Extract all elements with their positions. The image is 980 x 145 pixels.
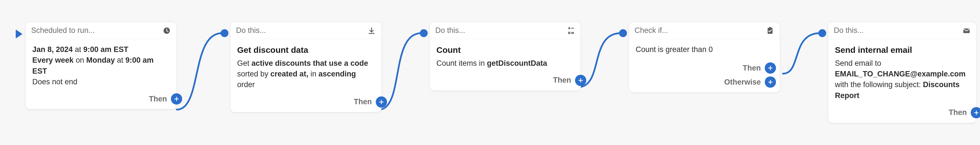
add-step-button[interactable] [575, 75, 586, 86]
node-body: Jan 8, 2024 at 9:00 am EST Every week on… [25, 39, 177, 93]
node-header-label: Do this... [236, 26, 368, 35]
add-step-button[interactable] [376, 96, 387, 108]
node-body: Send internal email Send email to EMAIL_… [828, 39, 976, 107]
branch-then-label: Then [553, 76, 571, 84]
svg-rect-2 [769, 27, 771, 29]
node-header: Check if... [629, 22, 780, 39]
step-lead-marker [818, 29, 826, 37]
node-trigger[interactable]: Scheduled to run... Jan 8, 2024 at 9:00 … [25, 22, 177, 109]
node-header: Do this... [828, 22, 976, 39]
node-header-label: Scheduled to run... [31, 26, 162, 35]
node-body: Count Count items in getDiscountData [430, 39, 581, 75]
svg-rect-1 [768, 28, 773, 34]
branch-otherwise-label: Otherwise [724, 78, 761, 86]
checklist-icon [766, 26, 774, 35]
node-header: Do this... [231, 22, 382, 39]
node-body: Count is greater than 0 [629, 39, 780, 62]
node-title: Send internal email [835, 44, 970, 56]
node-title: Get discount data [237, 44, 375, 56]
download-icon [368, 26, 376, 35]
node-condition[interactable]: Check if... Count is greater than 0 Then… [628, 22, 780, 92]
node-send-email[interactable]: Do this... Send internal email Send emai… [828, 22, 977, 123]
branch-then-label: Then [354, 97, 372, 106]
node-body: Get discount data Get active discounts t… [231, 39, 382, 96]
node-header-label: Do this... [834, 26, 963, 35]
branch-then-label: Then [949, 108, 967, 117]
node-header-label: Check if... [635, 26, 766, 35]
trigger-play-icon [16, 30, 22, 38]
node-header: Scheduled to run... [25, 22, 177, 39]
branch-then-label: Then [149, 95, 167, 104]
add-step-then-button[interactable] [765, 62, 776, 73]
calculate-icon [566, 26, 575, 35]
add-step-otherwise-button[interactable] [765, 76, 776, 88]
node-header: Do this... [430, 22, 581, 39]
node-count[interactable]: Do this... Count Count items in getDisco… [430, 22, 581, 91]
node-get-discount-data[interactable]: Do this... Get discount data Get active … [230, 22, 382, 112]
add-step-button[interactable] [171, 93, 182, 105]
add-step-button[interactable] [971, 107, 980, 118]
step-lead-marker [420, 29, 428, 37]
mail-icon [963, 26, 971, 35]
clock-icon [162, 26, 171, 35]
node-title: Count [436, 44, 574, 56]
step-lead-marker [221, 29, 228, 37]
step-lead-marker [619, 29, 627, 37]
branch-then-label: Then [743, 64, 761, 72]
node-header-label: Do this... [435, 26, 566, 35]
